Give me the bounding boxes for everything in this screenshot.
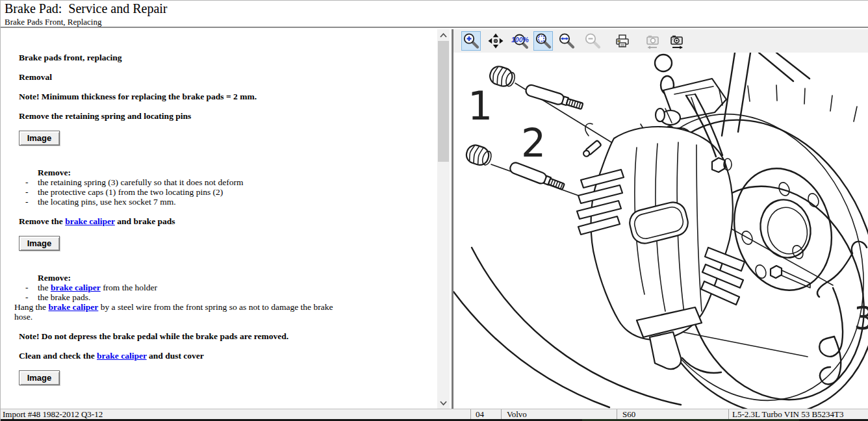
svg-text:100%: 100% (511, 36, 529, 44)
main-split: Brake pads front, replacing Removal Note… (1, 29, 868, 409)
image-button-1[interactable]: Image (19, 131, 60, 146)
print-button[interactable] (613, 31, 632, 51)
page-title: Brake Pad: Service and Repair (5, 1, 167, 16)
image-button-3[interactable]: Image (19, 370, 60, 385)
brake-caliper-link[interactable]: brake caliper (51, 283, 101, 292)
previous-image-button[interactable] (643, 31, 662, 51)
doc-note-min-thickness: Note! Minimum thickness for replacing th… (19, 92, 435, 101)
print-icon (613, 32, 632, 50)
pan-button[interactable] (486, 31, 505, 51)
image-button-2[interactable]: Image (19, 236, 60, 251)
callout-1: 1 (468, 83, 492, 129)
doc-removal-heading: Removal (19, 72, 435, 82)
list-item: - the retaining spring (3) carefully so … (1, 177, 435, 187)
status-year-code: 04 (470, 409, 501, 419)
doc-step-clean-caliper: Clean and check the brake caliper and du… (19, 351, 435, 361)
zoom-100-button[interactable]: 100% (510, 31, 530, 51)
zoom-out-button[interactable] (583, 31, 602, 51)
list-item: - the brake pads. (1, 292, 435, 302)
status-import-info: Import #48 1982-2012 Q3-12 (1, 409, 470, 419)
next-image-button[interactable] (667, 31, 687, 51)
remove-list-1: Remove: - the retaining spring (3) caref… (1, 168, 435, 207)
zoom-100-icon: 100% (511, 32, 529, 50)
scroll-up-button[interactable] (437, 29, 450, 40)
chevron-down-icon (437, 400, 450, 407)
remove-list-2: Remove: - the brake caliper from the hol… (1, 273, 435, 322)
status-bar: Import #48 1982-2012 Q3-12 04 Volvo S60 … (1, 409, 868, 419)
callout-3: 3 (854, 300, 868, 337)
diagram-canvas[interactable]: 1 2 3 (453, 53, 868, 409)
fit-width-icon (557, 32, 576, 50)
vertical-scrollbar[interactable] (437, 29, 450, 409)
callout-2: 2 (521, 120, 546, 166)
doc-step-remove-spring-pins: Remove the retaining spring and locating… (19, 111, 435, 121)
status-model: S60 (617, 409, 728, 419)
remove-label: Remove: (38, 273, 435, 283)
fit-page-icon (534, 32, 552, 50)
scrollbar-thumb[interactable] (438, 41, 449, 162)
previous-image-icon (643, 32, 661, 50)
pan-icon (487, 32, 505, 50)
list-item: - the locating pins, use hex socket 7 mm… (1, 197, 435, 207)
fit-page-button[interactable] (533, 31, 553, 51)
page-subtitle: Brake Pads Front, Replacing (5, 17, 101, 27)
doc-note-pedal: Note! Do not depress the brake pedal whi… (19, 331, 435, 341)
hang-caliper-paragraph: Hang the brake caliper by a steel wire f… (14, 302, 347, 322)
brake-caliper-link[interactable]: brake caliper (97, 351, 147, 361)
remove-label: Remove: (38, 168, 435, 177)
header: Brake Pad: Service and Repair Brake Pads… (1, 1, 868, 28)
status-make: Volvo (501, 409, 617, 419)
chevron-up-icon (437, 32, 450, 38)
status-engine: L5-2.3L Turbo VIN 53 B5234T3 (728, 409, 868, 419)
doc-heading: Brake pads front, replacing (19, 53, 435, 62)
brake-caliper-link[interactable]: brake caliper (48, 302, 98, 312)
zoom-in-button[interactable] (461, 31, 481, 51)
procedure-pane: Brake pads front, replacing Removal Note… (1, 29, 437, 409)
image-toolbar: 100% (453, 29, 868, 53)
brake-assembly-diagram: 1 2 3 (453, 53, 868, 409)
next-image-icon (668, 32, 686, 50)
fit-width-button[interactable] (557, 31, 576, 51)
doc-step-remove-caliper: Remove the brake caliper and brake pads (19, 216, 435, 226)
scroll-down-button[interactable] (437, 398, 450, 409)
procedure-document: Brake pads front, replacing Removal Note… (1, 29, 435, 409)
image-viewer-pane: 100% (453, 29, 868, 409)
list-item: - the protective caps (1) from the two l… (1, 187, 435, 197)
zoom-in-icon (462, 32, 480, 50)
zoom-out-icon (583, 32, 602, 50)
brake-caliper-link[interactable]: brake caliper (65, 216, 115, 226)
app-window: Brake Pad: Service and Repair Brake Pads… (0, 0, 868, 421)
list-item: - the brake caliper from the holder (1, 283, 435, 292)
